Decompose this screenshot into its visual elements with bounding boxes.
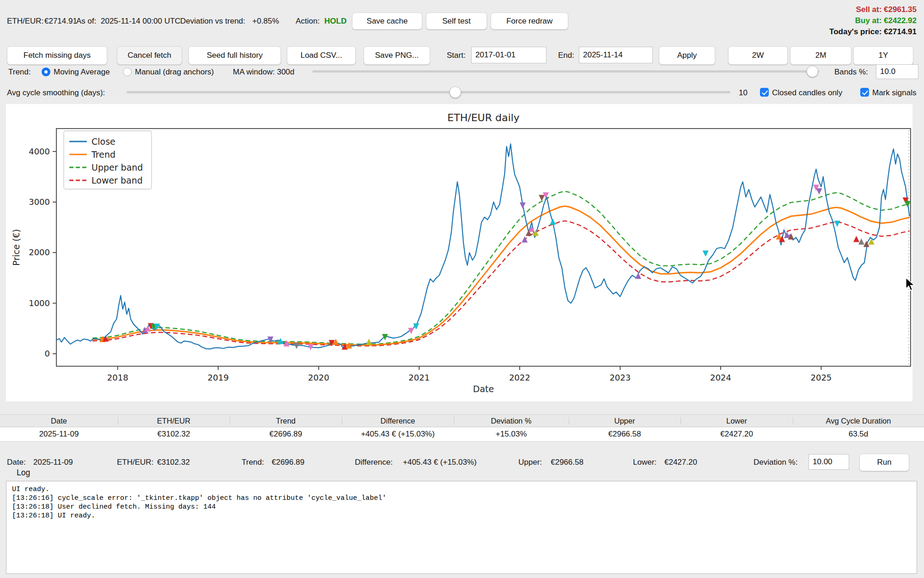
cell-difference: +405.43 € (+15.03%) — [342, 427, 454, 441]
col-header-ethbur[interactable]: ETH/EUR — [118, 415, 230, 427]
fetch-missing-days-button[interactable]: Fetch missing days — [7, 46, 107, 65]
closed-candles-label: Closed candles only — [772, 88, 842, 98]
as-of-label: As of: — [76, 17, 96, 26]
cell-upper: €2966.58 — [569, 427, 681, 441]
chart-canvas[interactable] — [6, 104, 912, 401]
deviation-pct-input[interactable] — [808, 454, 849, 470]
start-date-input[interactable] — [471, 47, 547, 63]
status-trend-value: €2696.89 — [272, 458, 304, 467]
ticker-pair-label: ETH/EUR: — [7, 17, 43, 26]
seed-full-history-button[interactable]: Seed full history — [188, 46, 281, 65]
end-date-input[interactable] — [579, 47, 653, 63]
col-header-date[interactable]: Date — [0, 415, 118, 427]
action-status-badge: HOLD — [324, 17, 346, 26]
log-line: [13:26:18] User declined fetch. Missing … — [12, 503, 911, 511]
status-date-label: Date: — [7, 458, 26, 467]
cycle-smoothing-value: 10 — [739, 88, 748, 98]
cancel-fetch-button[interactable]: Cancel fetch — [117, 46, 182, 65]
cell-avg-cycle: 63.5d — [793, 427, 924, 441]
manual-anchors-radio-label: Manual (drag anchors) — [135, 68, 214, 77]
trend-mode-label: Trend: — [8, 68, 31, 77]
end-date-label: End: — [558, 51, 574, 60]
range-2w-button[interactable]: 2W — [728, 46, 788, 65]
cell-lower: €2427.20 — [681, 427, 793, 441]
log-line: [13:26:16] cycle_scale error: '_tkinter.… — [12, 494, 911, 503]
todays-price-value: Today's price: €2714.91 — [829, 27, 917, 37]
mouse-cursor — [906, 277, 918, 294]
log-line: [13:26:18] UI ready. — [12, 511, 911, 520]
mark-signals-checkbox[interactable] — [860, 88, 869, 97]
range-2m-button[interactable]: 2M — [790, 46, 851, 65]
status-lower-label: Lower: — [633, 458, 657, 467]
log-label: Log — [17, 468, 30, 478]
cycle-smoothing-slider-thumb[interactable] — [450, 86, 461, 98]
start-date-label: Start: — [447, 51, 466, 60]
col-header-trend[interactable]: Trend — [230, 415, 342, 427]
force-redraw-button[interactable]: Force redraw — [491, 12, 568, 30]
status-trend-label: Trend: — [242, 458, 264, 467]
moving-average-radio-label: Moving Average — [54, 68, 110, 77]
col-header-upper[interactable]: Upper — [569, 415, 681, 427]
ticker-price-value: €2714.91 — [44, 17, 77, 26]
results-table-row[interactable]: 2025-11-09 €3102.32 €2696.89 +405.43 € (… — [0, 427, 924, 442]
cycle-smoothing-label: Avg cycle smoothing (days): — [7, 88, 105, 98]
col-header-difference[interactable]: Difference — [342, 415, 454, 427]
app-window: ETH/EUR: €2714.91 As of: 2025-11-14 00:0… — [0, 0, 924, 578]
action-label: Action: — [296, 17, 320, 26]
bands-pct-input[interactable] — [876, 64, 918, 79]
bands-pct-label: Bands %: — [834, 68, 868, 77]
cell-trend: €2696.89 — [230, 427, 342, 441]
as-of-value: 2025-11-14 00:00 UTC — [101, 17, 181, 26]
status-diff-value: +405.43 € (+15.03%) — [403, 458, 477, 467]
status-upper-value: €2966.58 — [551, 458, 584, 467]
status-diff-label: Difference: — [355, 458, 393, 467]
mark-signals-label: Mark signals — [872, 88, 916, 98]
col-header-lower[interactable]: Lower — [681, 415, 793, 427]
status-upper-label: Upper: — [518, 458, 542, 467]
moving-average-radio[interactable] — [42, 68, 50, 76]
ma-window-slider-thumb[interactable] — [807, 66, 818, 77]
buy-at-value: Buy at: €2422.92 — [855, 16, 917, 25]
status-lower-value: €2427.20 — [664, 458, 697, 467]
ma-window-slider[interactable] — [312, 70, 819, 73]
apply-button[interactable]: Apply — [659, 46, 715, 65]
deviation-pct-label: Deviation %: — [754, 458, 797, 467]
deviation-vs-trend-label: Deviation vs trend: — [180, 17, 245, 26]
status-date-value: 2025-11-09 — [33, 458, 73, 467]
col-header-avg-cycle[interactable]: Avg Cycle Duration — [793, 415, 924, 427]
closed-candles-checkbox[interactable] — [760, 88, 769, 97]
results-table-header: Date ETH/EUR Trend Difference Deviation … — [0, 414, 924, 427]
save-cache-button[interactable]: Save cache — [352, 12, 422, 30]
sell-at-value: Sell at: €2961.35 — [856, 5, 917, 14]
cell-deviation: +15.03% — [454, 427, 569, 441]
run-button[interactable]: Run — [859, 454, 909, 471]
deviation-vs-trend-value: +0.85% — [252, 17, 279, 26]
status-pair-value: €3102.32 — [157, 458, 190, 467]
log-output[interactable]: UI ready. [13:26:16] cycle_scale error: … — [6, 481, 917, 574]
cell-ethbur: €3102.32 — [118, 427, 230, 441]
col-header-deviation[interactable]: Deviation % — [454, 415, 569, 427]
status-pair-label: ETH/EUR: — [117, 458, 153, 467]
cell-date: 2025-11-09 — [0, 427, 118, 441]
save-png-button[interactable]: Save PNG... — [364, 46, 430, 65]
log-line: UI ready. — [12, 485, 911, 494]
load-csv-button[interactable]: Load CSV... — [287, 46, 356, 65]
range-1y-button[interactable]: 1Y — [853, 46, 913, 65]
manual-anchors-radio[interactable] — [123, 68, 132, 76]
self-test-button[interactable]: Self test — [426, 12, 487, 30]
cycle-smoothing-slider[interactable] — [127, 91, 730, 93]
ma-window-label: MA window: 300d — [233, 68, 294, 77]
